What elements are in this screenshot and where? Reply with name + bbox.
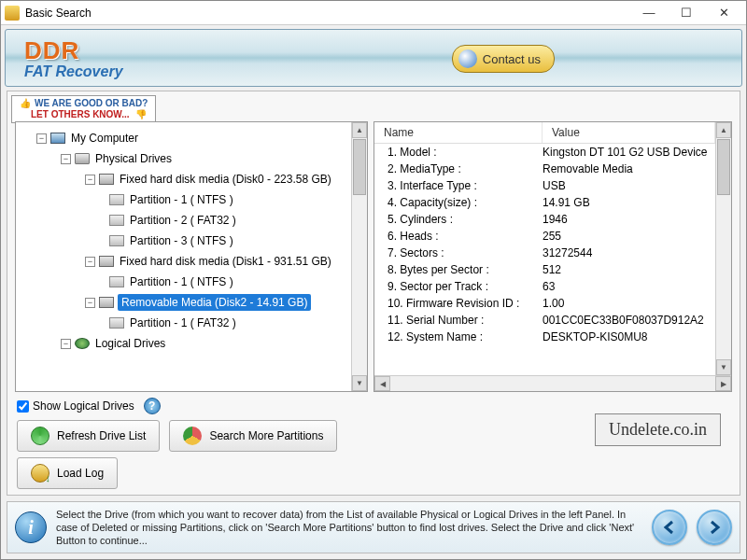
- tree-physical-drives[interactable]: −Physical Drives: [20, 148, 347, 169]
- property-value: USB: [543, 179, 715, 192]
- properties-table: Name Value 1. Model :Kingston DT 101 G2 …: [374, 122, 715, 375]
- help-icon[interactable]: ?: [144, 398, 161, 414]
- contact-us-button[interactable]: Contact us: [452, 45, 555, 73]
- tree-logical-drives[interactable]: −Logical Drives: [20, 333, 347, 354]
- collapse-icon[interactable]: −: [85, 257, 95, 267]
- show-logical-input[interactable]: [17, 400, 29, 413]
- tree-disk0[interactable]: −Fixed hard disk media (Disk0 - 223.58 G…: [20, 169, 347, 189]
- table-row[interactable]: 10. Firmware Revision ID :1.00: [374, 295, 715, 312]
- person-icon: [458, 49, 477, 68]
- pie-search-icon: [183, 427, 202, 445]
- tree-disk2-partition1[interactable]: Partition - 1 ( FAT32 ): [20, 313, 347, 333]
- info-icon: i: [15, 511, 47, 543]
- tree-disk2-selected[interactable]: −Removable Media (Disk2 - 14.91 GB): [20, 292, 347, 313]
- properties-pane: Name Value 1. Model :Kingston DT 101 G2 …: [374, 121, 732, 392]
- scroll-down-icon[interactable]: ▼: [716, 359, 731, 375]
- property-value: 31272544: [543, 246, 715, 259]
- property-name: 7. Sectors :: [374, 246, 543, 259]
- scroll-right-icon[interactable]: ▶: [715, 376, 731, 391]
- footer-bar: i Select the Drive (from which you want …: [7, 501, 740, 553]
- table-scrollbar-horizontal[interactable]: ◀ ▶: [374, 375, 731, 391]
- property-value: 14.91 GB: [543, 196, 715, 209]
- scroll-left-icon[interactable]: ◀: [374, 376, 390, 391]
- tree-disk0-partition2[interactable]: Partition - 2 ( FAT32 ): [20, 210, 347, 231]
- tree-disk0-partition1[interactable]: Partition - 1 ( NTFS ): [20, 189, 347, 210]
- column-name[interactable]: Name: [374, 122, 543, 143]
- drives-icon: [75, 153, 90, 164]
- property-name: 12. System Name :: [374, 330, 543, 343]
- collapse-icon[interactable]: −: [61, 339, 71, 349]
- collapse-icon[interactable]: −: [61, 154, 71, 164]
- table-row[interactable]: 5. Cylinders :1946: [374, 211, 715, 228]
- maximize-button[interactable]: ☐: [668, 3, 705, 23]
- property-name: 3. Interface Type :: [374, 179, 543, 192]
- collapse-icon[interactable]: −: [85, 298, 95, 308]
- app-window: Basic Search — ☐ ✕ DDR FAT Recovery Cont…: [0, 0, 747, 560]
- property-value: 1.00: [543, 297, 715, 310]
- tree-disk1-partition1[interactable]: Partition - 1 ( NTFS ): [20, 272, 347, 292]
- logo-text: DDR: [24, 36, 123, 65]
- hdd-icon: [99, 256, 114, 267]
- property-value: Removable Media: [543, 162, 715, 175]
- scroll-down-icon[interactable]: ▼: [352, 375, 367, 391]
- collapse-icon[interactable]: −: [85, 175, 95, 185]
- column-value[interactable]: Value: [543, 122, 715, 143]
- table-row[interactable]: 11. Serial Number :001CC0EC33B0F08037D91…: [374, 312, 715, 329]
- table-row[interactable]: 8. Bytes per Sector :512: [374, 261, 715, 278]
- drive-tree[interactable]: −My Computer −Physical Drives −Fixed har…: [16, 122, 351, 391]
- table-row[interactable]: 7. Sectors :31272544: [374, 245, 715, 261]
- arrow-left-icon: [662, 520, 677, 535]
- show-logical-label: Show Logical Drives: [33, 399, 134, 413]
- property-name: 11. Serial Number :: [374, 314, 543, 327]
- table-row[interactable]: 4. Capacity(size) :14.91 GB: [374, 194, 715, 211]
- removable-icon: [99, 297, 114, 308]
- panes-container: −My Computer −Physical Drives −Fixed har…: [15, 121, 732, 392]
- property-name: 1. Model :: [374, 146, 543, 159]
- table-row[interactable]: 9. Sector per Track :63: [374, 278, 715, 295]
- table-row[interactable]: 2. MediaType :Removable Media: [374, 161, 715, 177]
- load-log-button[interactable]: Load Log: [17, 457, 118, 489]
- partition-icon: [109, 215, 124, 226]
- tree-disk0-partition3[interactable]: Partition - 3 ( NTFS ): [20, 231, 347, 251]
- logo-block: DDR FAT Recovery: [24, 36, 123, 80]
- review-line2: LET OTHERS KNOW...: [31, 109, 130, 119]
- hdd-icon: [99, 174, 114, 185]
- tree-disk1[interactable]: −Fixed hard disk media (Disk1 - 931.51 G…: [20, 251, 347, 272]
- table-body: 1. Model :Kingston DT 101 G2 USB Device2…: [374, 144, 715, 345]
- close-button[interactable]: ✕: [705, 3, 742, 23]
- window-title: Basic Search: [25, 7, 630, 20]
- collapse-icon[interactable]: −: [36, 133, 47, 144]
- scroll-thumb[interactable]: [353, 139, 366, 195]
- minimize-button[interactable]: —: [630, 3, 668, 23]
- scroll-thumb[interactable]: [717, 139, 730, 195]
- property-name: 5. Cylinders :: [374, 213, 543, 226]
- scroll-up-icon[interactable]: ▲: [716, 122, 731, 138]
- table-row[interactable]: 6. Heads :255: [374, 228, 715, 245]
- table-row[interactable]: 12. System Name :DESKTOP-KIS0MU8: [374, 329, 715, 345]
- logo-subtitle: FAT Recovery: [24, 63, 123, 80]
- thumbs-up-icon: 👍: [20, 98, 29, 107]
- show-logical-checkbox[interactable]: Show Logical Drives: [17, 399, 134, 413]
- computer-icon: [50, 133, 65, 144]
- table-row[interactable]: 3. Interface Type :USB: [374, 177, 715, 194]
- partition-icon: [109, 194, 124, 205]
- scroll-up-icon[interactable]: ▲: [352, 122, 367, 138]
- next-button[interactable]: [697, 510, 732, 545]
- review-banner[interactable]: 👍 WE ARE GOOD OR BAD? LET OTHERS KNOW...…: [11, 95, 156, 123]
- tree-scrollbar-vertical[interactable]: ▲ ▼: [351, 122, 367, 391]
- property-name: 6. Heads :: [374, 230, 543, 243]
- search-more-partitions-button[interactable]: Search More Partitions: [169, 420, 337, 452]
- table-row[interactable]: 1. Model :Kingston DT 101 G2 USB Device: [374, 144, 715, 161]
- load-log-label: Load Log: [57, 467, 104, 480]
- partition-icon: [109, 235, 124, 246]
- table-scrollbar-vertical[interactable]: ▲ ▼: [715, 122, 731, 375]
- property-value: Kingston DT 101 G2 USB Device: [543, 146, 715, 159]
- property-name: 4. Capacity(size) :: [374, 196, 543, 209]
- partition-icon: [109, 276, 124, 287]
- search-more-label: Search More Partitions: [209, 429, 323, 442]
- tree-my-computer[interactable]: −My Computer: [20, 128, 347, 148]
- refresh-drive-list-button[interactable]: Refresh Drive List: [17, 420, 160, 452]
- main-content: 👍 WE ARE GOOD OR BAD? LET OTHERS KNOW...…: [7, 91, 740, 496]
- back-button[interactable]: [652, 510, 687, 545]
- refresh-label: Refresh Drive List: [57, 429, 146, 442]
